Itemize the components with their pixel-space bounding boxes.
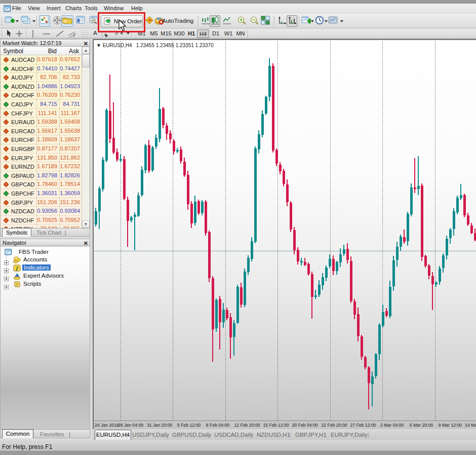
svg-text:f: f [73,33,75,37]
